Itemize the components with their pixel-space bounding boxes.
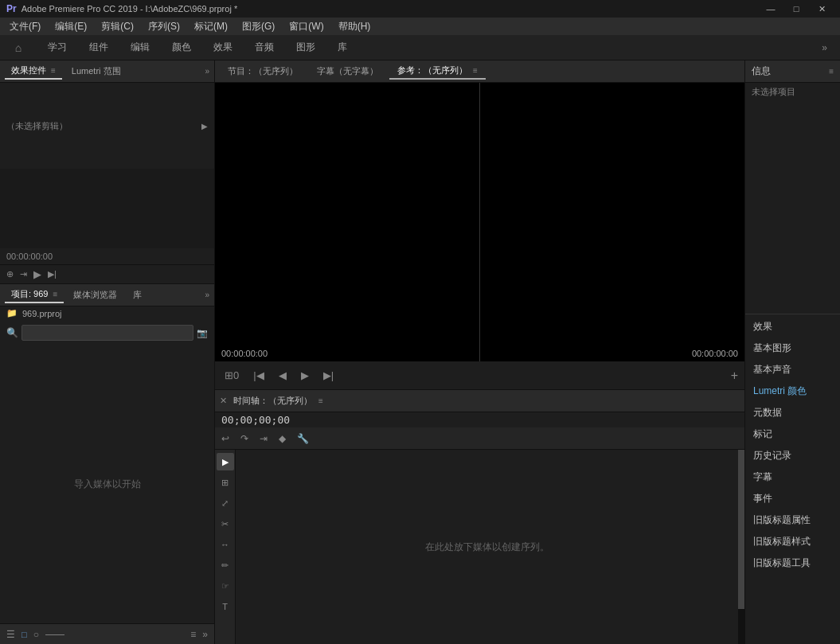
tl-tool-snap[interactable]: ⇥ [256, 431, 271, 446]
project-icon-view-btn[interactable]: □ [21, 630, 27, 639]
timeline-panel: ✕ 时间轴：（无序列） ≡ 00;00;00;00 ↩ ↷ ⇥ ◆ 🔧 ▶ ⊞ … [215, 390, 744, 644]
ctrl-play-btn[interactable]: ▶ [298, 368, 312, 383]
workspace-tab-库[interactable]: 库 [326, 37, 358, 59]
close-button[interactable]: ✕ [810, 0, 834, 18]
tl-tool-marker[interactable]: ◆ [275, 431, 289, 446]
timeline-vertical-scrollbar[interactable] [738, 450, 744, 644]
project-sort-btn[interactable]: ≡ [190, 629, 196, 640]
workspace-more-btn[interactable]: » [815, 39, 834, 57]
menu-item-g[interactable]: 图形(G) [236, 18, 281, 35]
timeline-empty-area: 在此处放下媒体以创建序列。 [236, 450, 738, 644]
tool-move-btn[interactable]: ⤢ [217, 494, 234, 512]
right-panel-item-history[interactable]: 历史记录 [745, 445, 840, 466]
menu-item-e[interactable]: 编辑(E) [49, 18, 93, 35]
workspace-tab-效果[interactable]: 效果 [202, 37, 244, 59]
project-list-view-btn[interactable]: ☰ [6, 629, 15, 640]
tl-tool-redo[interactable]: ↷ [237, 431, 252, 446]
right-panel-item-captions[interactable]: 字幕 [745, 466, 840, 488]
effect-controls-expand[interactable]: » [205, 67, 209, 76]
project-bottom-bar: ☰ □ ○ —— ≡ » [0, 623, 214, 644]
ctrl-go-end-btn[interactable]: ▶| [320, 368, 337, 383]
project-camera-icon[interactable]: 📷 [197, 328, 208, 338]
tl-tool-settings[interactable]: 🔧 [294, 431, 312, 446]
effect-controls-content: （未选择剪辑） ▶ [0, 83, 214, 169]
tab-effect-controls[interactable]: 效果控件 ≡ [5, 63, 62, 80]
right-panel-item-essential-sound[interactable]: 基本声音 [745, 359, 840, 381]
right-panel-item-legacy-title-tools[interactable]: 旧版标题工具 [745, 552, 840, 574]
right-panel-item-legacy-title-props[interactable]: 旧版标题属性 [745, 509, 840, 531]
workspace-tab-组件[interactable]: 组件 [78, 37, 119, 59]
tab-library-label: 库 [133, 289, 142, 301]
effect-controls-tab-bar: 效果控件 ≡ Lumetri 范围 » [0, 60, 214, 83]
tab-effect-controls-menu[interactable]: ≡ [51, 66, 56, 75]
tab-captions-label: 字幕（无字幕） [317, 66, 378, 76]
minimize-button[interactable]: — [759, 0, 783, 18]
timeline-close-btn[interactable]: ✕ [220, 396, 227, 406]
timeline-tab-bar: ✕ 时间轴：（无序列） ≡ [215, 390, 744, 412]
ctrl-go-start-btn[interactable]: |◀ [250, 368, 267, 383]
ec-play-out-icon: ⊕ [6, 269, 14, 279]
menu-item-m[interactable]: 标记(M) [188, 18, 234, 35]
ctrl-step-back-btn[interactable]: ◀ [275, 368, 290, 383]
right-panel: 信息 ≡ 未选择项目 效果基本图形基本声音Lumetri 颜色元数据标记历史记录… [744, 60, 840, 644]
right-panel-menu-icon[interactable]: ≡ [829, 67, 834, 76]
tab-reference-monitor[interactable]: 参考：（无序列） ≡ [389, 63, 486, 80]
preview-tabs: 节目：（无序列） 字幕（无字幕） 参考：（无序列） ≡ [215, 60, 744, 83]
preview-controls-bar: ⊞0 |◀ ◀ ▶ ▶| + [215, 361, 744, 390]
tab-project-menu-icon[interactable]: ≡ [53, 290, 57, 299]
project-search-input[interactable] [21, 325, 193, 341]
timeline-empty-text: 在此处放下媒体以创建序列。 [425, 541, 549, 554]
timeline-menu-icon[interactable]: ≡ [318, 396, 323, 405]
menu-item-c[interactable]: 剪辑(C) [95, 18, 140, 35]
ec-play-btn[interactable]: ▶ [33, 268, 41, 280]
workspace-tab-编辑[interactable]: 编辑 [119, 37, 161, 59]
tab-library[interactable]: 库 [127, 287, 148, 302]
right-panel-item-metadata[interactable]: 元数据 [745, 402, 840, 423]
menu-item-w[interactable]: 窗口(W) [283, 18, 330, 35]
tab-reference-menu-icon[interactable]: ≡ [473, 66, 478, 75]
project-search-icon: 🔍 [6, 327, 18, 338]
right-panel-item-events[interactable]: 事件 [745, 488, 840, 509]
tab-program-monitor[interactable]: 节目：（无序列） [220, 64, 306, 79]
right-panel-item-markers[interactable]: 标记 [745, 423, 840, 445]
project-panel: 项目: 969 ≡ 媒体浏览器 库 » 📁 969.prproj 🔍 📷 [0, 283, 214, 644]
ec-play-in-icon: ⇥ [20, 269, 27, 279]
workspace-tab-图形[interactable]: 图形 [285, 37, 326, 59]
title-bar-title: Adobe Premiere Pro CC 2019 - I:\AdobeZC\… [21, 4, 237, 14]
tool-hand-btn[interactable]: ☞ [217, 577, 234, 595]
tab-effect-controls-label: 效果控件 [11, 64, 46, 76]
menu-item-h[interactable]: 帮助(H) [332, 18, 377, 35]
workspace-tab-颜色[interactable]: 颜色 [161, 37, 202, 59]
project-panel-expand[interactable]: » [205, 291, 209, 299]
tool-ripple-btn[interactable]: ⊞ [217, 474, 234, 491]
preview-add-button[interactable]: + [731, 369, 738, 383]
right-panel-no-selection: 未选择项目 [752, 87, 795, 96]
tl-tool-undo[interactable]: ↩ [218, 431, 232, 446]
tool-text-btn[interactable]: T [217, 598, 234, 615]
tab-media-browser[interactable]: 媒体浏览器 [67, 287, 123, 302]
menu-item-s[interactable]: 序列(S) [142, 18, 186, 35]
timeline-scrollbar-thumb[interactable] [738, 450, 744, 609]
project-slider[interactable]: —— [45, 629, 184, 640]
tab-lumetri-scope[interactable]: Lumetri 范围 [65, 64, 127, 79]
right-panel-item-lumetri-color[interactable]: Lumetri 颜色 [745, 381, 840, 402]
workspace-tab-音频[interactable]: 音频 [244, 37, 285, 59]
workspace-home-button[interactable]: ⌂ [6, 37, 30, 59]
workspace-tab-学习[interactable]: 学习 [37, 37, 78, 59]
tool-slip-btn[interactable]: ↔ [217, 536, 234, 553]
tool-razor-btn[interactable]: ✂ [217, 515, 234, 533]
project-more-btn[interactable]: » [202, 629, 208, 640]
tool-pen-btn[interactable]: ✏ [217, 556, 234, 574]
menu-item-f[interactable]: 文件(F) [3, 18, 47, 35]
project-freeform-btn[interactable]: ○ [33, 629, 39, 640]
tool-select-btn[interactable]: ▶ [217, 453, 234, 470]
right-panel-item-essential-graphics[interactable]: 基本图形 [745, 338, 840, 359]
ctrl-fit-icon[interactable]: ⊞0 [221, 368, 242, 383]
maximize-button[interactable]: □ [784, 0, 808, 18]
right-panel-item-effects[interactable]: 效果 [745, 316, 840, 338]
tab-project[interactable]: 项目: 969 ≡ [5, 287, 64, 303]
tab-captions-monitor[interactable]: 字幕（无字幕） [309, 64, 386, 79]
tool-panel: ▶ ⊞ ⤢ ✂ ↔ ✏ ☞ T [215, 450, 236, 644]
right-panel-item-legacy-title-styles[interactable]: 旧版标题样式 [745, 531, 840, 552]
ec-go-end-btn[interactable]: ▶| [48, 269, 57, 279]
